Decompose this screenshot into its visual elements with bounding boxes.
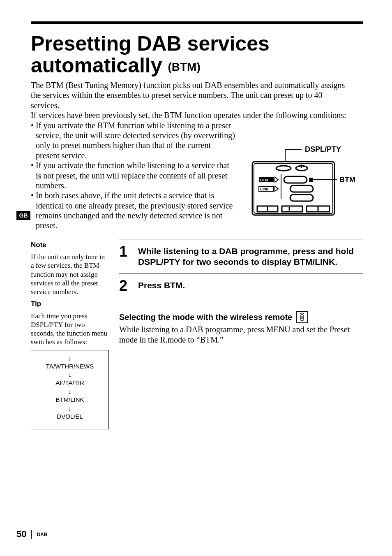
bullet-2: • If you activate the function while lis… xyxy=(31,160,236,190)
step-2-body: Press BTM. xyxy=(138,278,363,293)
svg-rect-14 xyxy=(290,185,313,192)
remote-block: Selecting the mode with the wireless rem… xyxy=(119,311,363,345)
flow-item-2: BTM/LINK xyxy=(34,396,106,404)
arrow-icon: ↓ xyxy=(34,388,106,395)
step-2-num: 2 xyxy=(119,278,131,293)
sidebar: Note If the unit can only tune in a few … xyxy=(31,239,109,429)
label-btm: BTM xyxy=(339,176,355,184)
step-2: 2 Press BTM. xyxy=(119,273,363,299)
svg-rect-15 xyxy=(290,195,313,201)
flow-item-3: DVOL/EL xyxy=(34,413,106,421)
svg-point-4 xyxy=(276,166,291,171)
step-1: 1 While listening to a DAB programme, pr… xyxy=(119,239,363,273)
footer: 50 DAB xyxy=(16,529,47,540)
main-column: 1 While listening to a DAB programme, pr… xyxy=(119,239,363,345)
gb-tab: GB xyxy=(16,211,30,220)
page-number: 50 xyxy=(16,529,26,539)
page-title-sub: (BTM) xyxy=(168,60,200,73)
intro-block: The BTM (Best Tuning Memory) function pi… xyxy=(31,80,351,120)
device-svg: DSPL/PTY BTM LINK xyxy=(244,145,363,227)
intro-p2: If services have been previously set, th… xyxy=(31,110,351,120)
tip-heading: Tip xyxy=(31,299,109,308)
bullet-1: • If you activate the BTM function while… xyxy=(31,120,236,161)
bullet-3: • In both cases above, if the unit detec… xyxy=(31,190,236,231)
svg-text:BTM: BTM xyxy=(260,178,268,182)
label-dsplpty: DSPL/PTY xyxy=(305,145,341,153)
footer-section: DAB xyxy=(37,532,47,537)
remote-heading: Selecting the mode with the wireless rem… xyxy=(119,313,292,322)
remote-body: While listening to a DAB programme, pres… xyxy=(119,324,363,345)
step-1-num: 1 xyxy=(119,244,131,268)
intro-p1: The BTM (Best Tuning Memory) function pi… xyxy=(31,80,351,110)
arrow-icon: ↓ xyxy=(34,405,106,412)
bullet-list: • If you activate the BTM function while… xyxy=(31,120,236,231)
step-1-body: While listening to a DAB programme, pres… xyxy=(138,244,363,268)
page-title: Presetting DAB services automatically (B… xyxy=(31,33,363,76)
device-diagram: DSPL/PTY BTM LINK xyxy=(244,120,363,231)
flow-item-0: TA/WTHR/NEWS xyxy=(34,363,106,371)
tip-body: Each time you press DSPL/PTY for two sec… xyxy=(31,312,109,347)
page-title-main: Presetting DAB services automatically xyxy=(31,32,270,77)
svg-rect-12 xyxy=(284,176,307,183)
arrow-icon: ↓ xyxy=(34,371,106,378)
svg-rect-18 xyxy=(282,206,302,212)
note-heading: Note xyxy=(31,241,109,249)
remote-icon xyxy=(296,311,308,323)
footer-divider xyxy=(31,530,32,539)
svg-text:LINK: LINK xyxy=(260,187,269,191)
flow-item-1: AF/TA/TIR xyxy=(34,379,106,387)
top-rule xyxy=(31,21,363,24)
flowchart: ↓ TA/WTHR/NEWS ↓ AF/TA/TIR ↓ BTM/LINK ↓ … xyxy=(31,350,109,429)
note-body: If the unit can only tune in a few servi… xyxy=(31,253,109,296)
arrow-icon: ↓ xyxy=(34,354,106,362)
